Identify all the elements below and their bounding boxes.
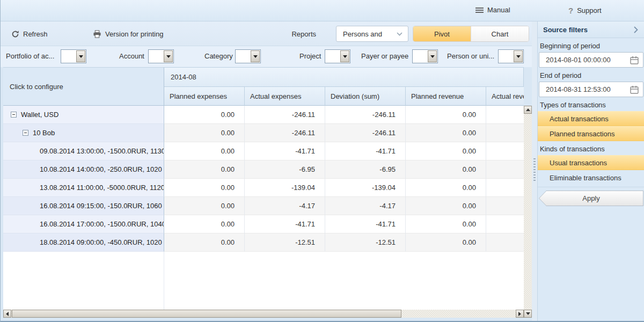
horizontal-scrollbar (3, 310, 524, 318)
cell: 0.00 (406, 124, 486, 142)
calendar-icon (630, 85, 639, 94)
filter-label-project: Project (299, 52, 321, 60)
table-row[interactable]: 16.08.2014 09:15:00, -150.0RUR, 1060 0.0… (3, 197, 524, 215)
table-row[interactable]: 10.08.2014 14:00:00, -250.0RUR, 1020 0.0… (3, 160, 524, 179)
triangle-right-icon (518, 312, 523, 316)
source-filters-header[interactable]: Source filters (538, 21, 644, 38)
cell: 0.00 (406, 197, 486, 215)
pivot-button[interactable]: Pivot (413, 26, 471, 41)
manual-link[interactable]: Manual (475, 6, 510, 14)
cell: 0.00 (164, 233, 245, 252)
collapse-icon[interactable] (23, 130, 28, 136)
portfolio-combobox[interactable] (61, 49, 86, 63)
row-label: 18.08.2014 09:00:00, -450.0RUR, 1020 (40, 238, 162, 246)
end-period-label: End of period (538, 68, 644, 82)
filter-eliminable-transactions[interactable]: Eliminable transactions (538, 170, 644, 185)
combo-dropdown-button[interactable] (340, 50, 349, 62)
apply-button[interactable]: Apply (539, 191, 643, 206)
cell (486, 215, 524, 233)
cell: -4.17 (245, 197, 325, 215)
cell: 0.00 (164, 106, 245, 124)
reports-label: Reports (284, 21, 316, 46)
payer-combobox[interactable] (412, 49, 438, 63)
triangle-left-icon (4, 312, 9, 316)
refresh-button[interactable]: Refresh (11, 21, 48, 46)
configure-header[interactable]: Click to configure (3, 67, 164, 106)
cell: 0.00 (406, 160, 486, 179)
cell (486, 160, 524, 179)
begin-period-input[interactable]: 2014-08-01 00:00:00 (539, 52, 643, 68)
chevron-down-icon (397, 32, 402, 36)
col-header-planned-revenue[interactable]: Planned revenue (406, 87, 486, 106)
app-window: Manual ? Support Refresh Version for pri… (0, 0, 644, 322)
apply-button-face: Apply (539, 191, 643, 206)
combo-dropdown-button[interactable] (164, 50, 173, 62)
scroll-down-button[interactable] (524, 310, 532, 318)
cell: 0.00 (164, 142, 245, 160)
cell: 0.00 (164, 160, 245, 179)
cell: 0.00 (164, 197, 245, 215)
refresh-icon (11, 30, 19, 38)
column-header-row: Planned expenses Actual expenses Deviati… (164, 87, 524, 106)
scroll-left-button[interactable] (3, 310, 11, 318)
collapse-icon[interactable] (11, 112, 17, 118)
combo-dropdown-button[interactable] (514, 50, 523, 62)
cell: -41.71 (325, 215, 406, 233)
project-combobox[interactable] (325, 49, 350, 63)
calendar-button[interactable] (629, 84, 640, 95)
cell: 0.00 (406, 106, 486, 124)
cell (486, 233, 524, 252)
cell: -41.71 (325, 142, 406, 160)
col-header-actual-revenue[interactable]: Actual revenue (486, 87, 524, 106)
filter-usual-transactions[interactable]: Usual transactions (538, 155, 644, 170)
scroll-right-button[interactable] (516, 310, 524, 318)
end-period-input[interactable]: 2014-08-31 12:53:00 (539, 82, 643, 97)
table-row[interactable]: 16.08.2014 17:00:00, -1500.0RUR, 1040 0.… (3, 215, 524, 233)
triangle-down-icon (343, 55, 347, 60)
refresh-label: Refresh (23, 30, 48, 38)
account-combobox[interactable] (148, 49, 174, 63)
table-row[interactable]: 18.08.2014 09:00:00, -450.0RUR, 1020 0.0… (3, 233, 524, 252)
cell (486, 197, 524, 215)
row-label: 10.08.2014 14:00:00, -250.0RUR, 1020 (40, 165, 162, 173)
row-label: 16.08.2014 09:15:00, -150.0RUR, 1060 (40, 202, 162, 210)
col-header-deviation[interactable]: Deviation (sum) (325, 87, 406, 106)
cell: -12.51 (325, 233, 406, 252)
table-row[interactable]: 13.08.2014 11:00:00, -5000.0RUR, 1120 0.… (3, 179, 524, 197)
table-body: Wallet, USD 0.00 -246.11 -246.11 0.00 10… (3, 106, 524, 252)
col-header-planned-expenses[interactable]: Planned expenses (164, 87, 245, 106)
cell: -139.04 (325, 179, 406, 197)
row-label: 16.08.2014 17:00:00, -1500.0RUR, 1040 (40, 220, 164, 228)
combo-dropdown-button[interactable] (428, 50, 437, 62)
scroll-up-button[interactable] (524, 106, 532, 114)
horizontal-scroll-track[interactable] (11, 310, 516, 318)
col-header-actual-expenses[interactable]: Actual expenses (245, 87, 325, 106)
category-combobox[interactable] (235, 49, 261, 63)
support-link[interactable]: ? Support (568, 6, 602, 15)
print-label: Version for printing (105, 30, 163, 38)
combo-dropdown-button[interactable] (76, 50, 85, 62)
cell (486, 142, 524, 160)
cell (486, 106, 524, 124)
reports-select[interactable]: Persons and (336, 26, 408, 42)
combo-dropdown-button[interactable] (251, 50, 260, 62)
calendar-button[interactable] (629, 55, 640, 65)
triangle-down-icon (166, 55, 171, 60)
triangle-down-icon (526, 312, 530, 317)
chart-button[interactable]: Chart (471, 26, 529, 41)
filter-planned-transactions[interactable]: Planned transactions (538, 126, 644, 141)
triangle-down-icon (430, 55, 435, 60)
table-row[interactable]: Wallet, USD 0.00 -246.11 -246.11 0.00 (3, 106, 524, 124)
printer-icon (93, 30, 101, 38)
person-combobox[interactable] (498, 49, 524, 63)
tree-cell: 09.08.2014 13:00:00, -1500.0RUR, 1130 (3, 142, 164, 160)
table-row[interactable]: 09.08.2014 13:00:00, -1500.0RUR, 1130 0.… (3, 142, 524, 160)
cell: -139.04 (245, 179, 325, 197)
print-button[interactable]: Version for printing (93, 21, 163, 46)
tree-cell: 13.08.2014 11:00:00, -5000.0RUR, 1120 (3, 179, 164, 197)
table-row[interactable]: 10 Bob 0.00 -246.11 -246.11 0.00 (3, 124, 524, 142)
horizontal-scroll-thumb[interactable] (12, 310, 401, 318)
panel-splitter[interactable] (532, 21, 537, 322)
vertical-scroll-track[interactable] (524, 114, 532, 310)
filter-actual-transactions[interactable]: Actual transactions (538, 111, 644, 126)
